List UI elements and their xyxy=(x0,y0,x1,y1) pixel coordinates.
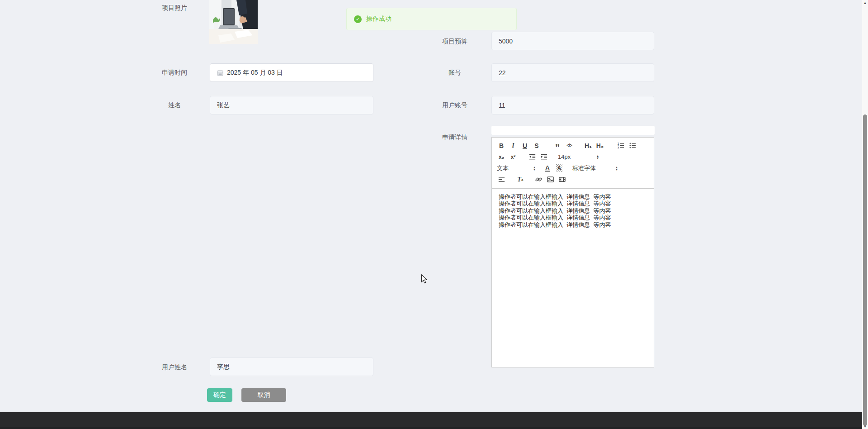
check-circle-icon: ✓ xyxy=(354,15,362,23)
text-color-icon: A xyxy=(545,165,550,172)
success-toast: ✓ 操作成功 xyxy=(346,8,517,30)
background-color-icon: A xyxy=(556,164,562,172)
clean-format-icon: T xyxy=(517,176,521,183)
budget-field-box[interactable] xyxy=(491,32,654,50)
clean-format-sub: x xyxy=(521,177,524,182)
bullet-list-icon xyxy=(629,142,637,149)
outdent-icon xyxy=(528,153,536,161)
budget-input[interactable] xyxy=(499,38,647,45)
editor-line: 操作者可以在输入框输入 详情信息 等内容 xyxy=(499,193,647,200)
indent-icon xyxy=(540,153,548,161)
code-block-button[interactable]: </> xyxy=(563,140,575,151)
rich-text-editor: B I U S ” </> H₁ H₂ 1 2 3 xyxy=(491,137,654,367)
editor-line: 操作者可以在输入框输入 详情信息 等内容 xyxy=(499,214,647,221)
header-picker-label: 文本 xyxy=(497,164,509,172)
project-photo-label: 项目照片 xyxy=(143,3,206,12)
user-account-field-box[interactable] xyxy=(491,96,654,114)
video-icon xyxy=(558,176,566,183)
outdent-button[interactable] xyxy=(526,152,538,162)
user-account-label: 用户账号 xyxy=(423,100,486,110)
footer-bar xyxy=(0,412,862,429)
header-1-button[interactable]: H₁ xyxy=(582,140,594,151)
confirm-button[interactable]: 确定 xyxy=(207,388,232,402)
scrollbar-up-icon[interactable]: ▲ xyxy=(862,1,868,5)
superscript-button[interactable]: x² xyxy=(507,152,519,162)
font-picker[interactable]: 标准字体 ▴▾ xyxy=(572,163,618,173)
name-field-box[interactable] xyxy=(210,96,373,114)
apply-time-field-box[interactable] xyxy=(210,63,373,82)
user-name-field-box[interactable] xyxy=(210,358,373,376)
name-label: 姓名 xyxy=(143,100,206,110)
ordered-list-icon: 1 2 3 xyxy=(617,142,625,149)
bold-button[interactable]: B xyxy=(495,140,507,151)
italic-button[interactable]: I xyxy=(507,140,519,151)
font-picker-label: 标准字体 xyxy=(572,164,596,172)
image-button[interactable] xyxy=(544,174,556,185)
align-icon xyxy=(498,176,505,183)
mouse-cursor xyxy=(421,274,428,284)
budget-label: 项目预算 xyxy=(423,37,486,46)
account-input[interactable] xyxy=(499,69,647,76)
blockquote-button[interactable]: ” xyxy=(552,140,563,151)
header-picker[interactable]: 文本 ▴▾ xyxy=(495,163,535,173)
project-photo-preview[interactable] xyxy=(209,0,258,44)
link-icon xyxy=(535,176,542,183)
bullet-list-button[interactable] xyxy=(627,140,638,151)
editor-line: 操作者可以在输入框输入 详情信息 等内容 xyxy=(499,221,647,228)
detail-hidden-input[interactable] xyxy=(491,126,655,135)
size-picker[interactable]: 14px ▴▾ xyxy=(558,152,599,162)
picker-arrows-icon: ▴▾ xyxy=(616,166,618,171)
size-picker-label: 14px xyxy=(558,153,571,160)
link-button[interactable] xyxy=(533,174,544,185)
editor-content[interactable]: 操作者可以在输入框输入 详情信息 等内容 操作者可以在输入框输入 详情信息 等内… xyxy=(492,189,654,370)
svg-text:3: 3 xyxy=(617,146,618,149)
text-color-button[interactable]: A xyxy=(542,163,553,173)
image-icon xyxy=(547,176,554,183)
account-label: 账号 xyxy=(423,68,486,77)
editor-line: 操作者可以在输入框输入 详情信息 等内容 xyxy=(499,207,647,214)
apply-time-label: 申请时间 xyxy=(143,68,206,77)
apply-time-input[interactable] xyxy=(227,69,366,76)
detail-label: 申请详情 xyxy=(423,133,486,142)
name-input[interactable] xyxy=(217,102,366,109)
project-photo-image xyxy=(209,0,258,44)
user-account-input[interactable] xyxy=(499,102,647,109)
account-field-box[interactable] xyxy=(491,63,654,82)
picker-arrows-icon: ▴▾ xyxy=(597,155,599,159)
scrollbar-thumb[interactable] xyxy=(863,114,867,426)
align-button[interactable] xyxy=(495,174,507,185)
cancel-button[interactable]: 取消 xyxy=(241,388,286,402)
header-2-button[interactable]: H₂ xyxy=(594,140,606,151)
editor-line: 操作者可以在输入框输入 详情信息 等内容 xyxy=(499,200,647,207)
video-button[interactable] xyxy=(556,174,568,185)
strike-button[interactable]: S xyxy=(531,140,542,151)
subscript-button[interactable]: x₂ xyxy=(495,152,507,162)
ordered-list-button[interactable]: 1 2 3 xyxy=(615,140,627,151)
picker-arrows-icon: ▴▾ xyxy=(533,166,535,171)
user-name-input[interactable] xyxy=(217,363,366,371)
scrollbar-down-icon[interactable]: ▼ xyxy=(862,424,868,429)
toast-message: 操作成功 xyxy=(366,15,392,23)
background-color-button[interactable]: A xyxy=(553,163,565,173)
user-name-label: 用户姓名 xyxy=(143,362,206,372)
indent-button[interactable] xyxy=(538,152,550,162)
clean-format-button[interactable]: Tx xyxy=(514,174,526,185)
editor-toolbar: B I U S ” </> H₁ H₂ 1 2 3 xyxy=(492,138,654,189)
page: { "toast": { "text": "操作成功", "icon": "ch… xyxy=(0,0,868,429)
calendar-icon xyxy=(217,70,223,76)
underline-button[interactable]: U xyxy=(519,140,531,151)
